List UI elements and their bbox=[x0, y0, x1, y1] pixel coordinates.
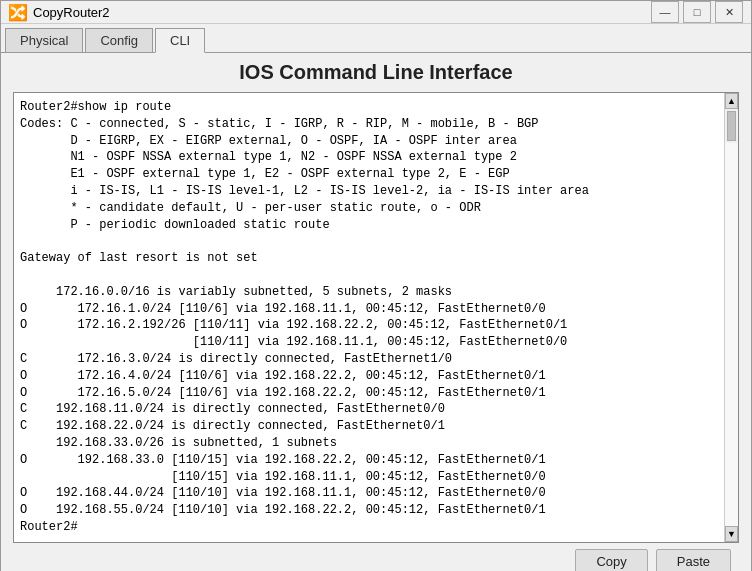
main-window: 🔀 CopyRouter2 — □ ✕ Physical Config CLI … bbox=[0, 0, 752, 571]
app-icon: 🔀 bbox=[9, 3, 27, 21]
maximize-button[interactable]: □ bbox=[683, 1, 711, 23]
content-area: IOS Command Line Interface Router2#show … bbox=[1, 53, 751, 571]
window-title: CopyRouter2 bbox=[33, 5, 651, 20]
minimize-button[interactable]: — bbox=[651, 1, 679, 23]
page-title: IOS Command Line Interface bbox=[13, 61, 739, 84]
paste-button[interactable]: Paste bbox=[656, 549, 731, 571]
scroll-space bbox=[725, 143, 738, 526]
cli-terminal[interactable]: Router2#show ip route Codes: C - connect… bbox=[13, 92, 739, 543]
cli-output[interactable]: Router2#show ip route Codes: C - connect… bbox=[14, 93, 724, 542]
scroll-down-button[interactable]: ▼ bbox=[725, 526, 738, 542]
tab-physical[interactable]: Physical bbox=[5, 28, 83, 52]
window-controls: — □ ✕ bbox=[651, 1, 743, 23]
copy-button[interactable]: Copy bbox=[575, 549, 647, 571]
close-button[interactable]: ✕ bbox=[715, 1, 743, 23]
scroll-up-button[interactable]: ▲ bbox=[725, 93, 738, 109]
bottom-bar: Copy Paste bbox=[13, 543, 739, 571]
scroll-thumb[interactable] bbox=[727, 111, 736, 141]
tab-bar: Physical Config CLI bbox=[1, 24, 751, 53]
title-bar: 🔀 CopyRouter2 — □ ✕ bbox=[1, 1, 751, 24]
tab-cli[interactable]: CLI bbox=[155, 28, 205, 53]
tab-config[interactable]: Config bbox=[85, 28, 153, 52]
scrollbar[interactable]: ▲ ▼ bbox=[724, 93, 738, 542]
